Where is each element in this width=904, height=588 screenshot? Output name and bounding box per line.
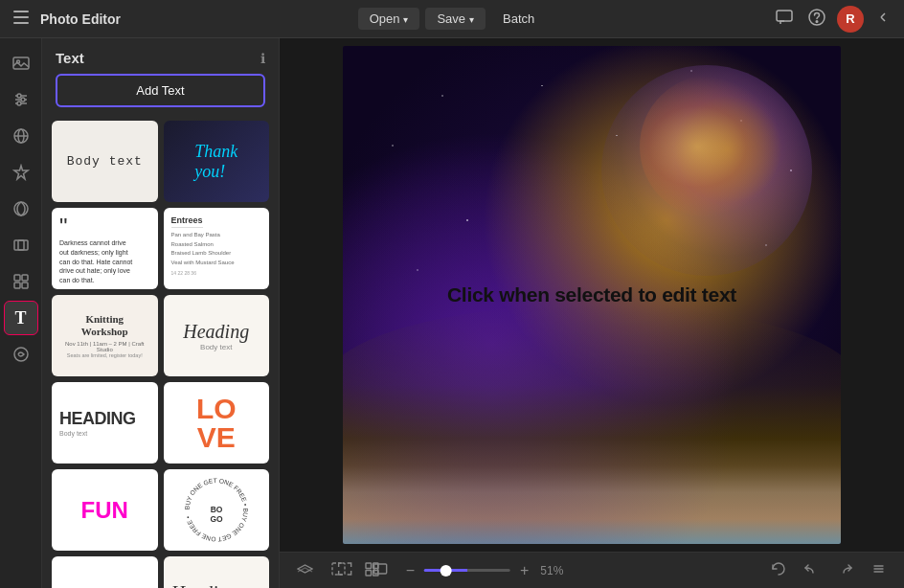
- avatar[interactable]: R: [837, 6, 864, 33]
- mask-icon[interactable]: [4, 192, 38, 226]
- knitting-sub: Nov 11th | 11am – 2 PM | Craft Studio: [59, 341, 150, 352]
- heading-script-sub: Body text: [200, 343, 232, 351]
- svg-point-17: [14, 202, 28, 215]
- zoom-in-button[interactable]: +: [516, 560, 532, 581]
- more-icon[interactable]: [4, 337, 38, 372]
- svg-text:BO: BO: [210, 505, 222, 514]
- text-panel: Text ℹ Add Text Body text Thankyou! " Da…: [42, 38, 280, 588]
- canvas-wrapper[interactable]: Click when selected to edit text: [280, 38, 904, 552]
- media-icon[interactable]: [4, 46, 38, 80]
- menu-line: Pan and Bay PastaRoasted SalmonBraised L…: [171, 231, 235, 267]
- aspect-ratio-button[interactable]: [367, 557, 395, 583]
- icon-sidebar: T: [0, 38, 42, 588]
- svg-rect-20: [14, 275, 20, 281]
- open-button[interactable]: Open: [358, 8, 420, 30]
- svg-rect-33: [374, 564, 387, 574]
- reset-button[interactable]: [764, 557, 792, 583]
- menu-icon[interactable]: [10, 7, 33, 32]
- save-chevron-icon: [469, 11, 474, 26]
- save-button[interactable]: Save: [425, 8, 486, 30]
- zoom-slider[interactable]: [424, 569, 510, 572]
- filter-icon[interactable]: [4, 119, 38, 153]
- heading-serif-text: Heading: [171, 582, 237, 589]
- menu-title: Entrees: [171, 215, 203, 228]
- thank-you-label: Thankyou!: [194, 142, 237, 182]
- text-panel-header: Text ℹ: [42, 38, 279, 74]
- list-item[interactable]: Heading Body text: [164, 295, 270, 376]
- quote-mark: ": [59, 215, 68, 238]
- text-icon[interactable]: T: [4, 301, 38, 335]
- zoom-control: − +: [402, 560, 533, 581]
- main-area: T Text ℹ Add Text Body text Thankyou!: [0, 38, 904, 588]
- list-item[interactable]: JOSEFIN Restaurant & Bar: [52, 556, 158, 588]
- bottom-right-tools: [764, 557, 893, 583]
- help-button[interactable]: [804, 5, 829, 34]
- heading-bold-text: HEADING: [59, 410, 136, 427]
- svg-rect-23: [22, 283, 28, 288]
- menu-prices: 14 22 28 36: [171, 270, 196, 276]
- fit-canvas-button[interactable]: [331, 557, 359, 583]
- svg-rect-21: [22, 275, 28, 281]
- svg-point-13: [17, 102, 21, 105]
- bottom-center-controls: − + 51%: [331, 557, 574, 583]
- undo-button[interactable]: [798, 557, 825, 583]
- canvas-purple-glow: [343, 46, 841, 544]
- svg-point-5: [816, 20, 818, 22]
- list-item[interactable]: " Darkness cannot driveout darkness; onl…: [52, 208, 158, 289]
- list-item[interactable]: BUY ONE GET ONE FREE • BUY ONE GET ONE F…: [164, 469, 270, 551]
- elements-icon[interactable]: [4, 264, 38, 299]
- heading-script-text: Heading: [183, 321, 249, 343]
- svg-rect-0: [13, 11, 29, 12]
- topbar-right: R: [772, 5, 894, 34]
- topbar-more-button[interactable]: [871, 6, 894, 33]
- heading-bold-sub: Body text: [59, 430, 87, 437]
- app-title: Photo Editor: [40, 11, 121, 27]
- love-text: LOVE: [196, 395, 237, 452]
- list-item[interactable]: FUN: [52, 469, 158, 551]
- text-panel-title: Text: [56, 50, 84, 66]
- zoom-out-button[interactable]: −: [402, 560, 418, 581]
- svg-rect-18: [14, 240, 24, 250]
- canvas[interactable]: Click when selected to edit text: [343, 46, 841, 544]
- add-text-button[interactable]: Add Text: [56, 74, 265, 107]
- overlay-icon[interactable]: [4, 228, 38, 262]
- svg-point-11: [17, 94, 21, 98]
- fun-text: FUN: [81, 497, 128, 524]
- svg-rect-19: [18, 240, 28, 250]
- svg-rect-22: [14, 283, 20, 288]
- list-item[interactable]: Body text: [52, 121, 158, 202]
- svg-point-24: [14, 348, 28, 361]
- svg-rect-3: [777, 11, 792, 21]
- effects-icon[interactable]: [4, 155, 38, 190]
- svg-text:GO: GO: [210, 514, 223, 524]
- list-item[interactable]: LOVE: [164, 382, 270, 464]
- more-options-button[interactable]: [865, 557, 893, 583]
- canvas-background: [343, 46, 841, 544]
- text-grid: Body text Thankyou! " Darkness cannot dr…: [42, 117, 279, 588]
- open-chevron-icon: [403, 11, 408, 26]
- svg-rect-1: [13, 16, 29, 18]
- canvas-area: Click when selected to edit text: [280, 38, 904, 588]
- batch-button[interactable]: Batch: [491, 8, 546, 30]
- body-text-label: Body text: [67, 154, 143, 169]
- knitting-title: KnittingWorkshop: [81, 313, 128, 338]
- bottom-bar: − + 51%: [280, 552, 904, 588]
- info-icon[interactable]: ℹ: [260, 51, 265, 66]
- svg-rect-2: [13, 22, 29, 24]
- list-item[interactable]: Thankyou!: [164, 121, 270, 202]
- topbar-center: Open Save Batch: [140, 8, 764, 30]
- quote-body: Darkness cannot driveout darkness; only …: [59, 238, 132, 285]
- list-item[interactable]: KnittingWorkshop Nov 11th | 11am – 2 PM …: [52, 295, 158, 376]
- list-item[interactable]: Heading Body text: [164, 556, 270, 588]
- zoom-label: 51%: [540, 564, 573, 577]
- topbar: Photo Editor Open Save Batch R: [0, 0, 904, 38]
- knitting-extra: Seats are limited, register today!: [67, 352, 143, 358]
- comment-button[interactable]: [772, 6, 797, 33]
- adjust-icon[interactable]: [4, 82, 38, 117]
- list-item[interactable]: Entrees Pan and Bay PastaRoasted SalmonB…: [164, 208, 270, 289]
- layers-button[interactable]: [291, 557, 319, 583]
- redo-button[interactable]: [831, 557, 859, 583]
- svg-point-12: [21, 98, 25, 102]
- list-item[interactable]: HEADING Body text: [52, 382, 158, 464]
